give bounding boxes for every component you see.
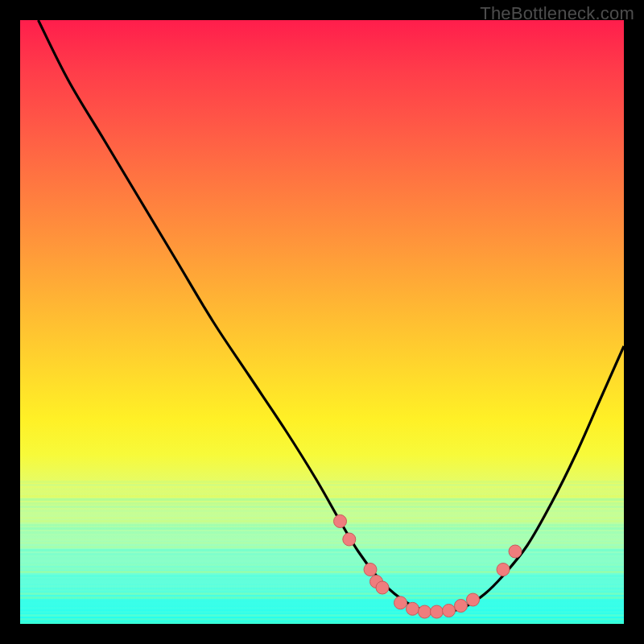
chart-svg [20,20,624,624]
data-marker [394,597,407,609]
data-marker [370,576,383,588]
data-marker [497,564,510,576]
plot-area [20,20,624,624]
data-marker [443,605,456,617]
chart-frame: TheBottleneck.com [0,0,644,644]
data-marker [334,515,347,528]
data-marker [419,605,431,618]
data-marker [455,600,468,613]
data-markers [334,515,522,619]
bottleneck-curve [39,20,625,613]
data-marker [431,605,444,618]
gradient-stripes [20,479,624,624]
data-marker [509,545,522,558]
data-marker [376,581,389,594]
data-marker [407,602,419,615]
data-marker [467,593,480,606]
data-marker [364,564,377,576]
data-marker [343,533,356,546]
